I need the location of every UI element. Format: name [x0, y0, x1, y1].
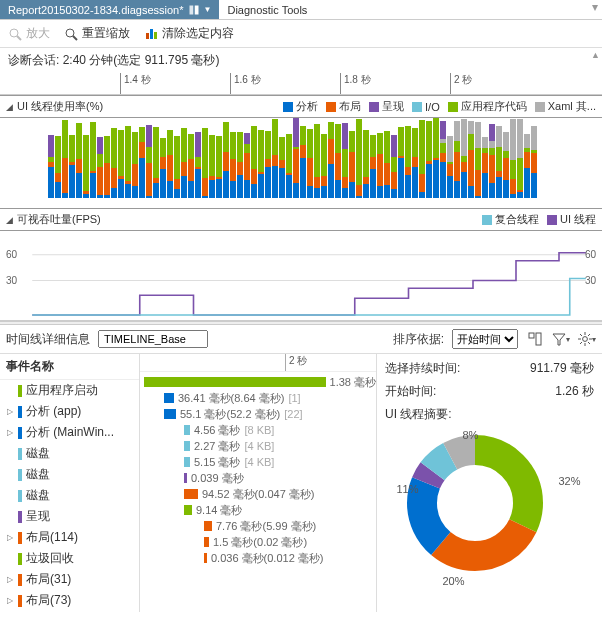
clear-selection-button[interactable]: 清除选定内容 [144, 25, 234, 42]
ruler-tick: 1.4 秒 [120, 73, 151, 94]
waterfall-ruler: 2 秒 [140, 354, 376, 372]
util-bar [321, 134, 327, 198]
waterfall-bar [204, 521, 212, 531]
waterfall-text: 7.76 毫秒(5.99 毫秒) [216, 519, 316, 534]
util-bar [55, 136, 61, 198]
tree-row[interactable]: ▷布局(114) [0, 527, 139, 548]
expander-icon[interactable]: ▷ [6, 407, 14, 416]
expander-icon[interactable]: ▷ [6, 533, 14, 542]
waterfall-row[interactable]: 1.38 毫秒 [140, 374, 376, 390]
category-mark [18, 532, 22, 544]
tree-row[interactable]: 呈现 [0, 506, 139, 527]
legend-label: I/O [425, 101, 440, 113]
sort-select[interactable]: 开始时间 [452, 329, 518, 349]
category-mark [18, 385, 22, 397]
waterfall-row[interactable]: 94.52 毫秒(0.047 毫秒) [140, 486, 376, 502]
collapse-icon[interactable]: ◢ [6, 102, 13, 112]
waterfall-row[interactable]: 36.41 毫秒(8.64 毫秒)[1] [140, 390, 376, 406]
category-mark [18, 448, 22, 460]
util-bar [265, 131, 271, 198]
util-bar [244, 133, 250, 198]
detail-title: 时间线详细信息 [6, 331, 90, 348]
util-bar [174, 136, 180, 198]
tree-row[interactable]: ▷分析 (MainWin... [0, 422, 139, 443]
tab-report[interactable]: Report20150302-1834.diagsession* ▼ [0, 0, 219, 19]
util-bar [468, 121, 474, 198]
waterfall-row[interactable]: 9.14 毫秒 [140, 502, 376, 518]
tree-row[interactable]: ▷布局(73) [0, 590, 139, 611]
tree-row[interactable]: ▷布局(31) [0, 569, 139, 590]
tree-row[interactable]: ▷布局(3) [0, 611, 139, 612]
tree-row[interactable]: 磁盘 [0, 485, 139, 506]
waterfall-row[interactable]: 0.036 毫秒(0.012 毫秒) [140, 550, 376, 566]
fps-title: 可视吞吐量(FPS) [17, 212, 101, 227]
settings-icon[interactable]: ▾ [578, 330, 596, 348]
reset-zoom-button[interactable]: 重置缩放 [64, 25, 130, 42]
util-bar [216, 136, 222, 198]
expander-icon[interactable]: ▷ [6, 596, 14, 605]
svg-marker-13 [553, 334, 565, 345]
waterfall-row[interactable]: 5.15 毫秒[4 KB] [140, 454, 376, 470]
waterfall-row[interactable]: 2.27 毫秒[4 KB] [140, 438, 376, 454]
tree-row-label: 布局(73) [26, 592, 71, 609]
zoom-in-button[interactable]: 放大 [8, 25, 50, 42]
waterfall-text: 1.5 毫秒(0.02 毫秒) [213, 535, 307, 550]
expander-icon[interactable]: ▷ [6, 428, 14, 437]
category-mark [18, 406, 22, 418]
ui-util-header[interactable]: ◢ UI 线程使用率(%) 分析布局呈现I/O应用程序代码Xaml 其... [0, 95, 602, 118]
tab-dropdown-arrow[interactable]: ▼ [204, 5, 212, 14]
util-bar [48, 135, 54, 198]
util-bar [160, 138, 166, 198]
clear-selection-label: 清除选定内容 [162, 25, 234, 42]
tab-diagtools[interactable]: Diagnostic Tools [219, 0, 315, 19]
legend-label: 应用程序代码 [461, 99, 527, 114]
tree-row-label: 分析 (app) [26, 403, 81, 420]
thread-summary-donut: 8% 32% 20% 11% [405, 433, 575, 583]
util-bar [328, 122, 334, 198]
zoom-in-label: 放大 [26, 25, 50, 42]
scroll-up-icon[interactable]: ▲ [591, 50, 600, 60]
waterfall-text: 1.38 毫秒 [330, 375, 376, 390]
tree-row[interactable]: 垃圾回收 [0, 548, 139, 569]
filter-input[interactable] [98, 330, 208, 348]
tree-row-label: 垃圾回收 [26, 550, 74, 567]
ui-util-chart[interactable] [0, 118, 602, 208]
category-mark [18, 511, 22, 523]
waterfall-row[interactable]: 1.5 毫秒(0.02 毫秒) [140, 534, 376, 550]
util-bar [209, 135, 215, 198]
clear-selection-icon [144, 27, 158, 41]
category-mark [18, 490, 22, 502]
tree-row[interactable]: 应用程序启动 [0, 380, 139, 401]
timeline-ruler[interactable]: 1.4 秒 1.6 秒 1.8 秒 2 秒 [0, 73, 602, 95]
util-bar [139, 127, 145, 198]
waterfall-text: 55.1 毫秒(52.2 毫秒) [180, 407, 280, 422]
util-bar [307, 129, 313, 198]
util-bar [76, 123, 82, 198]
tab-diagtools-label: Diagnostic Tools [227, 4, 307, 16]
waterfall-text: 5.15 毫秒 [194, 455, 240, 470]
svg-rect-6 [146, 33, 149, 39]
waterfall-row[interactable]: 7.76 毫秒(5.99 毫秒) [140, 518, 376, 534]
expander-icon[interactable]: ▷ [6, 575, 14, 584]
fps-header[interactable]: ◢ 可视吞吐量(FPS) 复合线程UI 线程 [0, 208, 602, 231]
event-tree: 事件名称 应用程序启动▷分析 (app)▷分析 (MainWin...磁盘磁盘磁… [0, 354, 140, 612]
util-bar [496, 126, 502, 198]
waterfall-row[interactable]: 4.56 毫秒[8 KB] [140, 422, 376, 438]
collapse-icon[interactable]: ◢ [6, 215, 13, 225]
util-bar [188, 134, 194, 198]
waterfall-row[interactable]: 0.039 毫秒 [140, 470, 376, 486]
tree-row[interactable]: ▷分析 (app) [0, 401, 139, 422]
util-bar [97, 137, 103, 198]
util-bar [356, 119, 362, 198]
tree-row[interactable]: 磁盘 [0, 464, 139, 485]
filter-icon[interactable]: ▾ [552, 330, 570, 348]
group-by-frame-icon[interactable] [526, 330, 544, 348]
tab-overflow-icon[interactable]: ▾ [588, 0, 602, 19]
new-vertical-tab-group-icon[interactable] [188, 4, 200, 16]
tree-row[interactable]: 磁盘 [0, 443, 139, 464]
legend-item: 复合线程 [482, 212, 539, 227]
fps-chart[interactable]: 60 30 60 30 [0, 231, 602, 321]
util-bar [111, 128, 117, 198]
util-bar [475, 122, 481, 198]
waterfall-row[interactable]: 55.1 毫秒(52.2 毫秒)[22] [140, 406, 376, 422]
